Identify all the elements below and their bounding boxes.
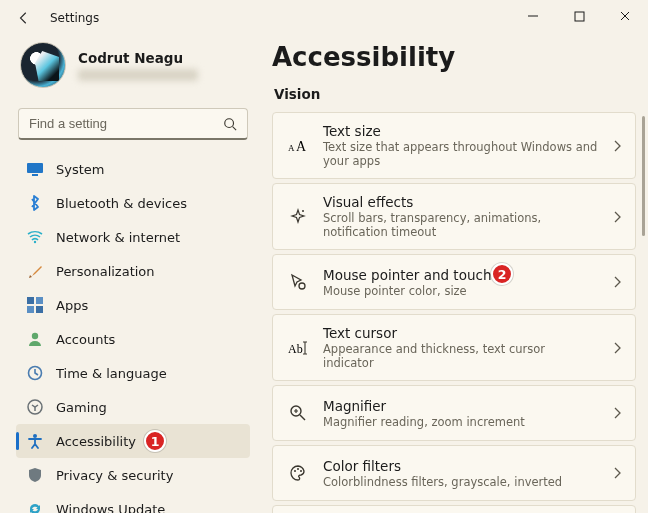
sidebar-nav: System Bluetooth & devices Network & int… <box>16 152 250 513</box>
window-controls <box>510 0 648 32</box>
scrollbar-thumb[interactable] <box>642 116 645 236</box>
chevron-right-icon <box>613 467 621 479</box>
card-text: Text cursor Appearance and thickness, te… <box>323 325 599 370</box>
sidebar-item-personalization[interactable]: Personalization <box>16 254 250 288</box>
svg-point-9 <box>32 333 38 339</box>
cursor-icon <box>287 271 309 293</box>
user-email-obscured <box>78 69 198 81</box>
sidebar-item-label: Bluetooth & devices <box>56 196 187 211</box>
search-icon <box>223 117 237 131</box>
card-text-size[interactable]: AA Text size Text size that appears thro… <box>272 112 636 179</box>
sidebar-item-label: Windows Update <box>56 502 165 514</box>
svg-rect-5 <box>27 297 34 304</box>
card-text-cursor[interactable]: Ab Text cursor Appearance and thickness,… <box>272 314 636 381</box>
card-subtitle: Colorblindness filters, grayscale, inver… <box>323 475 599 489</box>
main-pane: Accessibility Vision AA Text size Text s… <box>260 36 648 513</box>
sidebar-item-apps[interactable]: Apps <box>16 288 250 322</box>
svg-point-15 <box>302 210 304 212</box>
card-subtitle: Appearance and thickness, text cursor in… <box>323 342 599 370</box>
card-subtitle: Text size that appears throughout Window… <box>323 140 599 168</box>
sidebar-item-label: Accessibility <box>56 434 136 449</box>
card-magnifier[interactable]: Magnifier Magnifier reading, zoom increm… <box>272 385 636 441</box>
svg-rect-2 <box>27 163 43 173</box>
chevron-right-icon <box>613 140 621 152</box>
wifi-icon <box>26 228 44 246</box>
arrow-left-icon <box>17 11 31 25</box>
sidebar-item-privacy[interactable]: Privacy & security <box>16 458 250 492</box>
card-subtitle: Mouse pointer color, size <box>323 284 599 298</box>
card-text: Mouse pointer and touch Mouse pointer co… <box>323 267 599 298</box>
brush-icon <box>26 262 44 280</box>
chevron-right-icon <box>613 342 621 354</box>
card-subtitle: Scroll bars, transparency, animations, n… <box>323 211 599 239</box>
svg-point-19 <box>294 470 296 472</box>
svg-point-20 <box>297 468 299 470</box>
sidebar-item-network[interactable]: Network & internet <box>16 220 250 254</box>
chevron-right-icon <box>613 211 621 223</box>
search-input[interactable] <box>29 116 223 131</box>
bluetooth-icon <box>26 194 44 212</box>
sidebar-item-label: Apps <box>56 298 88 313</box>
search-box[interactable] <box>18 108 248 140</box>
card-title: Mouse pointer and touch <box>323 267 599 283</box>
card-title: Text cursor <box>323 325 599 341</box>
maximize-icon <box>574 11 585 22</box>
svg-text:A: A <box>288 143 295 153</box>
clock-icon <box>26 364 44 382</box>
sidebar-item-time[interactable]: Time & language <box>16 356 250 390</box>
sidebar-item-accounts[interactable]: Accounts <box>16 322 250 356</box>
svg-point-1 <box>225 118 234 127</box>
sidebar-item-label: Network & internet <box>56 230 180 245</box>
back-button[interactable] <box>8 2 40 34</box>
card-subtitle: Magnifier reading, zoom increment <box>323 415 599 429</box>
annotation-badge-2: 2 <box>491 263 513 285</box>
sidebar-item-label: Accounts <box>56 332 115 347</box>
chevron-right-icon <box>613 407 621 419</box>
card-title: Text size <box>323 123 599 139</box>
profile-block[interactable]: Codrut Neagu <box>16 36 250 102</box>
palette-icon <box>287 462 309 484</box>
chevron-right-icon <box>613 276 621 288</box>
text-cursor-icon: Ab <box>287 337 309 359</box>
sidebar-item-system[interactable]: System <box>16 152 250 186</box>
sidebar-item-gaming[interactable]: Gaming <box>16 390 250 424</box>
apps-icon <box>26 296 44 314</box>
update-icon <box>26 500 44 513</box>
svg-text:A: A <box>296 139 307 154</box>
gaming-icon <box>26 398 44 416</box>
minimize-icon <box>527 10 539 22</box>
minimize-button[interactable] <box>510 0 556 32</box>
sidebar-item-label: System <box>56 162 104 177</box>
svg-text:Ab: Ab <box>288 342 303 356</box>
card-text: Text size Text size that appears through… <box>323 123 599 168</box>
settings-window: Settings Codrut Neagu S <box>0 0 648 513</box>
close-button[interactable] <box>602 0 648 32</box>
sidebar-item-label: Personalization <box>56 264 155 279</box>
sidebar-item-bluetooth[interactable]: Bluetooth & devices <box>16 186 250 220</box>
magnifier-icon <box>287 402 309 424</box>
sidebar-item-label: Gaming <box>56 400 107 415</box>
svg-rect-8 <box>36 306 43 313</box>
system-icon <box>26 160 44 178</box>
card-mouse-pointer[interactable]: Mouse pointer and touch Mouse pointer co… <box>272 254 636 310</box>
sidebar-item-label: Time & language <box>56 366 167 381</box>
svg-point-12 <box>33 434 37 438</box>
card-contrast-themes[interactable]: Contrast themes For low vision, light se… <box>272 505 636 513</box>
svg-rect-3 <box>32 174 38 176</box>
app-title: Settings <box>50 11 99 25</box>
card-title: Color filters <box>323 458 599 474</box>
card-title: Magnifier <box>323 398 599 414</box>
svg-point-21 <box>300 470 302 472</box>
sparkle-icon <box>287 206 309 228</box>
card-color-filters[interactable]: Color filters Colorblindness filters, gr… <box>272 445 636 501</box>
content-area: Codrut Neagu System Bluetooth & devices <box>0 36 648 513</box>
sidebar-item-update[interactable]: Windows Update <box>16 492 250 513</box>
accessibility-icon <box>26 432 44 450</box>
card-visual-effects[interactable]: Visual effects Scroll bars, transparency… <box>272 183 636 250</box>
maximize-button[interactable] <box>556 0 602 32</box>
sidebar-item-accessibility[interactable]: Accessibility 1 <box>16 424 250 458</box>
user-name: Codrut Neagu <box>78 50 198 66</box>
svg-point-4 <box>34 241 36 243</box>
sidebar-item-label: Privacy & security <box>56 468 173 483</box>
card-text: Visual effects Scroll bars, transparency… <box>323 194 599 239</box>
